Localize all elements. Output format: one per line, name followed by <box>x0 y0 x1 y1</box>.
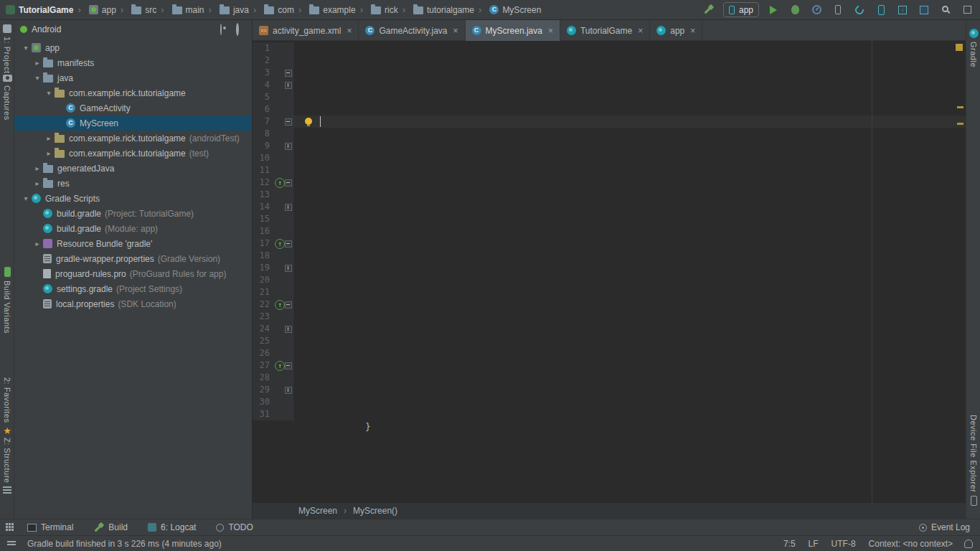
fold-marker-icon[interactable] <box>284 164 293 176</box>
build-tab[interactable]: Build <box>93 522 128 533</box>
todo-tab[interactable]: TODO <box>216 522 253 532</box>
line-number[interactable]: 28 <box>253 372 274 384</box>
code-line[interactable]: 28 <box>253 372 966 384</box>
tree-row[interactable]: MyScreen <box>14 116 252 131</box>
profile-button[interactable] <box>809 3 824 17</box>
logcat-tab[interactable]: 6: Logcat <box>148 522 196 532</box>
tree-expand-arrow[interactable] <box>20 44 32 52</box>
tree-row[interactable]: res <box>14 176 252 191</box>
override-marker-icon[interactable] <box>274 225 284 237</box>
code-line[interactable]: 18 <box>253 250 966 262</box>
breadcrumb-item[interactable]: java <box>204 4 249 15</box>
override-marker-icon[interactable] <box>274 79 284 91</box>
code-line[interactable]: 25 <box>253 335 966 347</box>
tool-button-gradle[interactable]: Gradle <box>966 29 980 67</box>
tool-button-structure[interactable]: Z: Structure <box>0 438 14 494</box>
editor-tab[interactable]: activity_game.xml <box>253 20 359 41</box>
breadcrumb-item[interactable]: tutorialgame <box>398 4 474 15</box>
tree-row[interactable]: build.gradle (Project: TutorialGame) <box>14 206 252 221</box>
fold-marker-icon[interactable] <box>284 359 293 372</box>
line-number[interactable]: 12 <box>253 176 274 189</box>
fold-marker-icon[interactable] <box>284 372 293 384</box>
line-number[interactable]: 27 <box>253 359 274 372</box>
line-number[interactable]: 19 <box>253 262 274 274</box>
attach-debugger-button[interactable] <box>831 3 845 17</box>
code-line[interactable]: 10 <box>253 152 966 164</box>
code-line[interactable]: 8 super(game); <box>253 128 966 140</box>
line-number[interactable]: 4 <box>253 79 274 91</box>
fold-marker-icon[interactable] <box>284 384 293 396</box>
editor-tab[interactable]: MyScreen.java <box>466 20 560 41</box>
tree-expand-arrow[interactable] <box>43 134 55 142</box>
run-button[interactable] <box>766 3 781 17</box>
inspection-status-indicator[interactable] <box>956 44 963 51</box>
tree-row[interactable]: generatedJava <box>14 161 252 176</box>
line-number[interactable]: 26 <box>253 347 274 359</box>
fold-marker-icon[interactable] <box>284 67 293 79</box>
settings-gear-button[interactable] <box>236 24 239 34</box>
breadcrumb-item[interactable]: com <box>249 4 294 15</box>
line-number[interactable]: 2 <box>253 55 274 67</box>
code-line[interactable]: 26 @Override <box>253 347 966 359</box>
tool-button-build-variants[interactable]: Build Variants <box>0 267 14 334</box>
tree-row[interactable]: com.example.rick.tutorialgame <box>14 85 252 100</box>
fold-marker-icon[interactable] <box>284 152 293 164</box>
search-everywhere-button[interactable] <box>938 3 953 17</box>
editor-tab[interactable]: TutorialGame <box>560 20 650 41</box>
line-number[interactable]: 5 <box>253 91 274 103</box>
terminal-tab[interactable]: Terminal <box>27 522 73 532</box>
fold-marker-icon[interactable] <box>284 286 293 298</box>
line-number[interactable]: 7 <box>253 116 274 128</box>
override-marker-icon[interactable] <box>274 311 284 323</box>
override-marker-icon[interactable] <box>274 262 284 274</box>
fold-marker-icon[interactable] <box>284 103 293 116</box>
line-number[interactable]: 20 <box>253 274 274 286</box>
warning-stripe-mark[interactable] <box>957 106 963 108</box>
breadcrumb-item[interactable]: example <box>294 4 356 15</box>
code-line[interactable]: 24 } <box>253 323 966 335</box>
code-line[interactable]: 12 public void render(float deltaTime) { <box>253 176 966 189</box>
tree-row[interactable]: java <box>14 70 252 85</box>
breadcrumb-item[interactable]: rick <box>356 4 398 15</box>
fold-marker-icon[interactable] <box>284 55 293 67</box>
code-line[interactable]: 27 public void backButton() { <box>253 359 966 372</box>
fold-marker-icon[interactable] <box>284 225 293 237</box>
tool-window-switcher-icon[interactable] <box>6 523 8 525</box>
tree-row[interactable]: com.example.rick.tutorialgame (androidTe… <box>14 131 252 146</box>
line-number[interactable]: 13 <box>253 189 274 201</box>
code-editor[interactable]: 1 package com.example.rick.tutorialgame;… <box>253 41 966 502</box>
close-tab-icon[interactable] <box>347 26 352 36</box>
code-line[interactable]: 15 <box>253 213 966 225</box>
breadcrumb-item[interactable]: MyScreen <box>474 4 541 15</box>
file-encoding[interactable]: UTF-8 <box>831 539 856 549</box>
code-line[interactable]: 9 } <box>253 140 966 152</box>
fold-marker-icon[interactable] <box>284 335 293 347</box>
code-line[interactable]: 3 import com.example.emobadaragaminglib.… <box>253 67 966 79</box>
run-context[interactable]: Context: <no context> <box>869 539 953 549</box>
line-number[interactable]: 21 <box>253 286 274 298</box>
override-marker-icon[interactable] <box>274 250 284 262</box>
fold-marker-icon[interactable] <box>284 176 293 189</box>
line-number[interactable]: 9 <box>253 140 274 152</box>
override-marker-icon[interactable] <box>274 274 284 286</box>
avd-manager-button[interactable] <box>874 3 888 17</box>
fold-marker-icon[interactable] <box>284 396 293 408</box>
breadcrumb-item[interactable]: TutorialGame <box>6 5 73 15</box>
override-marker-icon[interactable] <box>274 384 284 396</box>
breadcrumb-item[interactable]: src <box>116 4 156 15</box>
override-marker-icon[interactable] <box>274 347 284 359</box>
editor-breadcrumb-item[interactable]: MyScreen <box>298 506 337 516</box>
code-line[interactable]: 6 public class MyScreen extends Screen { <box>253 103 966 116</box>
tree-expand-arrow[interactable] <box>43 149 55 157</box>
editor-breadcrumb-item[interactable]: MyScreen() <box>337 506 397 516</box>
code-line[interactable]: 17 public void pause() { <box>253 237 966 250</box>
tree-row[interactable]: proguard-rules.pro (ProGuard Rules for a… <box>14 266 252 281</box>
line-number[interactable]: 3 <box>253 67 274 79</box>
code-line[interactable]: 1 package com.example.rick.tutorialgame; <box>253 42 966 55</box>
override-marker-icon[interactable] <box>274 116 284 128</box>
fold-marker-icon[interactable] <box>284 323 293 335</box>
fold-marker-icon[interactable] <box>284 116 293 128</box>
code-line[interactable]: 31 <box>253 408 966 420</box>
gradle-sync-button[interactable] <box>852 3 867 17</box>
fold-marker-icon[interactable] <box>284 140 293 152</box>
